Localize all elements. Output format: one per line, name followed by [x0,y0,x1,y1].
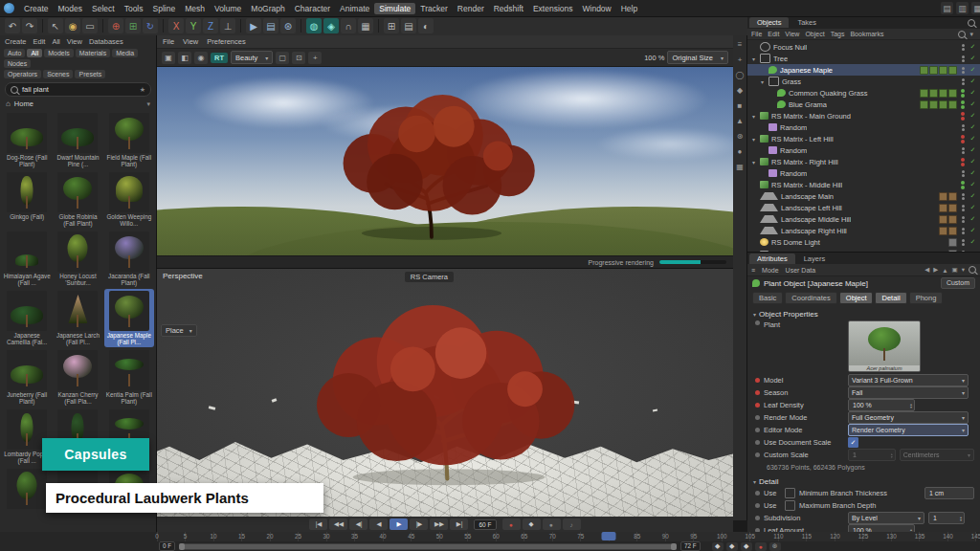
render-dot[interactable] [962,174,965,177]
spin-down-icon[interactable]: ▾ [960,518,962,521]
texture-tag-icon[interactable] [920,100,928,109]
checkbox[interactable]: ✓ [848,437,858,448]
x-axis-icon[interactable]: X [168,18,184,33]
render-dot[interactable] [962,151,965,154]
texture-tag-icon[interactable] [939,66,947,75]
texture-tag-icon[interactable] [939,204,947,212]
texture-tag-icon[interactable] [948,89,957,98]
texture-tag-icon[interactable] [920,89,928,98]
animation-dot[interactable] [755,503,760,508]
animation-dot[interactable] [755,320,760,325]
object-row-random[interactable]: Random✓ [747,144,980,156]
render-dot[interactable] [962,71,965,74]
editor-dot[interactable] [962,44,965,47]
texture-tag-icon[interactable] [939,100,947,109]
record-active-icon[interactable]: ● [755,542,767,551]
dropdown-variant-3-full-grown[interactable]: Variant 3 Full-Grown▾ [848,374,969,386]
texture-tag-icon[interactable] [948,227,957,235]
editor-dot[interactable] [961,112,965,116]
compare-icon[interactable]: ◧ [178,52,191,64]
visibility-dots[interactable] [960,228,966,234]
editor-dot[interactable] [962,78,965,81]
plant-item-himalayan-agave-fall[interactable]: Himalayan Agave (Fall ... [2,230,52,288]
enable-check-icon[interactable]: ✓ [969,135,977,143]
plant-item-ginkgo-fall[interactable]: Ginkgo (Fall) [2,170,52,229]
ab-tab-media[interactable]: Media [112,49,138,57]
object-row-rs-dome-light[interactable]: RS Dome Light✓ [747,236,980,248]
editor-dot[interactable] [962,251,965,253]
ab-tab-models[interactable]: Models [44,49,74,57]
record-button[interactable]: ● [502,518,521,530]
coord-system-icon[interactable]: ⊥ [220,18,235,33]
enable-check-icon[interactable]: ✓ [969,181,977,188]
visibility-dots[interactable] [960,100,966,109]
range-start-field[interactable]: 0 F [159,541,175,551]
plant-item-kanzan-cherry-fall-pla[interactable]: Kanzan Cherry (Fall Pla... [53,348,102,407]
visibility-dots[interactable] [960,216,966,223]
plant-item-golden-weeping-willo[interactable]: Golden Weeping Willo... [104,170,154,229]
object-row-landscape-middle-hill[interactable]: Landscape Middle Hill✓ [747,213,980,225]
animation-dot[interactable] [755,516,760,520]
goto-start-button[interactable]: |◀ [309,518,327,530]
texture-tag-icon[interactable] [948,250,957,253]
editor-dot[interactable] [962,170,965,173]
plant-item-jacaranda-fall-plant[interactable]: Jacaranda (Fall Plant) [104,230,154,288]
range-handle-right[interactable] [671,543,677,550]
render-dot[interactable] [962,231,965,234]
hamburger-icon[interactable]: ≡ [735,39,746,50]
om-menu-view[interactable]: View [785,31,799,37]
section-header-object-properties[interactable]: ▾Object Properties [753,308,974,320]
frame-rate-field[interactable]: 60 F [474,519,496,530]
editor-dot[interactable] [962,55,965,58]
attr-tab-phong[interactable]: Phong [909,292,944,304]
dropdown-by-level[interactable]: By Level▾ [848,512,924,524]
rv-menu-preferences[interactable]: Preferences [207,37,245,46]
expand-icon[interactable]: ▾ [750,113,757,120]
ab-menu-create[interactable]: Create [5,37,27,46]
undo-icon[interactable]: ↶ [5,18,20,33]
move-icon[interactable]: ⊕ [108,18,123,33]
plant-item-japanese-camellia-fal[interactable]: Japanese Camellia (Fal... [2,289,52,347]
prev-frame-button[interactable]: ◀| [349,518,368,530]
plant-item-partial[interactable] [2,467,52,525]
layers-icon[interactable]: ▤ [401,18,416,33]
texture-tag-icon[interactable] [948,100,957,109]
enable-check-icon[interactable]: ✓ [969,169,977,177]
editor-dot[interactable] [962,216,965,219]
object-row-random[interactable]: Random✓ [747,121,980,133]
editor-dot[interactable] [962,239,965,242]
key-rotation-icon[interactable]: ◆ [741,542,752,551]
enable-check-icon[interactable]: ✓ [969,158,977,165]
texture-tag-icon[interactable] [948,204,957,212]
lock-icon[interactable]: ▣ [952,266,958,274]
plant-item-field-maple-fall-plant[interactable]: Field Maple (Fall Plant) [104,111,154,169]
preview-range-slider[interactable] [179,543,677,550]
expand-icon[interactable]: ▾ [750,55,757,62]
visibility-dots[interactable] [960,147,966,154]
plant-item-japanese-larch-fall-pl[interactable]: Japanese Larch (Fall Pl... [53,289,102,347]
home-icon[interactable]: ⌂ [6,99,11,108]
menu-spline[interactable]: Spline [148,3,181,14]
magnet-icon[interactable]: ∩ [341,18,356,33]
expand-icon[interactable]: ▾ [750,159,757,165]
layout-standard-icon[interactable]: ▤ [941,2,953,14]
rect-selection-icon[interactable]: ▭ [82,18,98,33]
up-icon[interactable]: ▲ [942,267,947,274]
chevron-down-icon[interactable]: ▾ [962,266,965,274]
render-dot[interactable] [962,128,965,131]
plant-item-japanese-maple-fall-pl[interactable]: Japanese Maple (Fall Pl... [104,289,154,347]
visibility-dots[interactable] [960,170,966,177]
ab-tab-operators[interactable]: Operators [4,70,41,78]
object-row-landscape-left-hill[interactable]: Landscape Left Hill✓ [747,202,980,213]
menu-simulate[interactable]: Simulate [374,3,415,14]
ab-tab-scenes[interactable]: Scenes [43,70,73,78]
redo-icon[interactable]: ↷ [22,18,37,33]
workplane-icon[interactable]: ▦ [358,18,373,33]
render-dot[interactable] [962,197,965,200]
visibility-dots[interactable] [960,158,966,166]
tab-attributes[interactable]: Attributes [749,253,795,264]
texture-tag-icon[interactable] [929,66,938,75]
editor-dot[interactable] [962,193,965,196]
dropdown-fall[interactable]: Fall▾ [848,386,969,399]
animation-dot[interactable] [755,378,760,383]
